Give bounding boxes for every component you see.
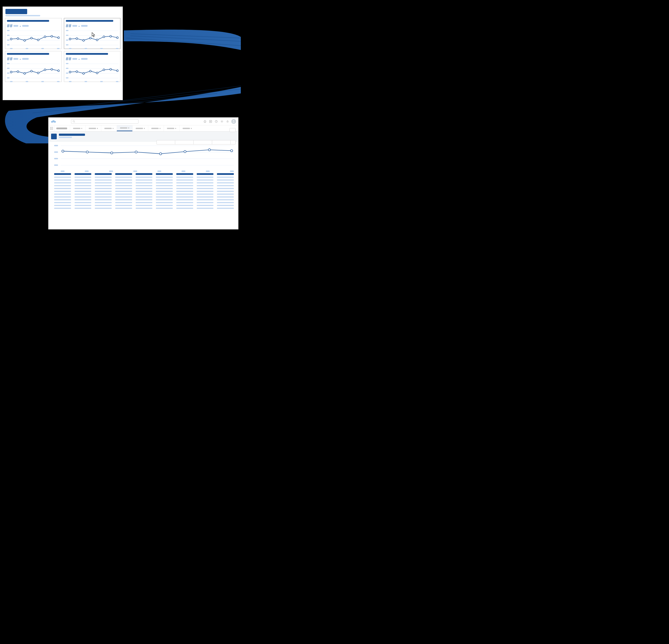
nav-tab[interactable]: ▾ — [70, 125, 85, 131]
nav-tab[interactable]: ▾ — [101, 125, 117, 131]
svg-point-20 — [110, 35, 111, 37]
add-icon[interactable] — [209, 119, 213, 124]
trend-up-icon: ▲ — [19, 25, 21, 27]
table-cell — [74, 199, 91, 200]
table-cell — [217, 191, 234, 192]
nav-tab[interactable]: ▾ — [117, 125, 132, 131]
svg-point-14 — [69, 38, 71, 40]
svg-point-37 — [116, 70, 118, 71]
svg-point-13 — [58, 37, 59, 39]
svg-point-22 — [10, 71, 12, 73]
table-cell — [176, 185, 193, 186]
dashboard-window: ## ▲ — [3, 6, 123, 100]
table-cell — [115, 182, 132, 183]
table-cell — [217, 185, 234, 186]
card-sparkline — [7, 30, 60, 47]
help-icon[interactable]: ? — [214, 119, 218, 124]
svg-point-17 — [89, 37, 91, 39]
kpi-chip — [81, 25, 88, 27]
user-avatar[interactable] — [231, 119, 236, 124]
table-cell — [197, 191, 214, 192]
setup-gear-icon[interactable] — [220, 119, 224, 124]
search-icon — [73, 120, 75, 123]
kpi-chip — [81, 58, 88, 60]
table-column-header[interactable] — [197, 173, 214, 175]
table-cell — [74, 182, 91, 183]
table-cell — [74, 202, 91, 203]
nav-tab[interactable]: ▾ — [85, 125, 101, 131]
dashboard-card[interactable]: ## ▲ — [5, 18, 62, 49]
table-cell — [95, 188, 112, 189]
svg-point-7 — [17, 38, 19, 39]
svg-point-19 — [103, 36, 104, 38]
notifications-bell-icon[interactable] — [226, 119, 229, 124]
nav-tab[interactable]: ▾ — [163, 125, 179, 131]
table-column-header[interactable] — [115, 173, 132, 175]
favorite-icon[interactable] — [203, 119, 207, 124]
table-cell — [197, 182, 214, 183]
table-column-header[interactable] — [74, 173, 91, 175]
global-search-input[interactable] — [71, 119, 139, 124]
header-action-button[interactable] — [229, 128, 236, 132]
table-cell — [95, 185, 112, 186]
table-cell — [54, 199, 71, 200]
trend-up-icon: ▲ — [78, 25, 80, 27]
trend-up-icon: ▲ — [19, 58, 21, 60]
table-cell — [156, 188, 173, 189]
svg-point-50 — [50, 127, 51, 128]
table-cell — [136, 188, 153, 189]
table-cell — [217, 188, 234, 189]
table-cell — [74, 177, 91, 178]
svg-point-57 — [51, 129, 52, 130]
table-cell — [197, 197, 214, 198]
table-column-header[interactable] — [156, 173, 173, 175]
nav-tab[interactable]: ▾ — [132, 125, 148, 131]
svg-line-42 — [74, 122, 75, 122]
dashboard-card[interactable]: ## ▲ — [64, 51, 120, 82]
dashboard-title-bar — [5, 9, 27, 14]
table-cell — [156, 208, 173, 209]
detail-table — [48, 172, 238, 229]
table-cell — [115, 188, 132, 189]
kpi-chip — [13, 58, 18, 60]
svg-point-49 — [233, 120, 234, 121]
svg-point-25 — [30, 70, 32, 72]
kpi-chip — [72, 25, 77, 27]
table-cell — [115, 185, 132, 186]
dashboard-card[interactable]: ## ▲ — [5, 51, 62, 82]
svg-point-58 — [52, 129, 53, 130]
table-column-header[interactable] — [54, 173, 71, 175]
table-cell — [197, 185, 214, 186]
card-sparkline — [7, 63, 60, 80]
app-launcher-icon[interactable] — [48, 125, 55, 131]
chevron-down-icon: ▾ — [97, 127, 98, 129]
card-title-bar — [66, 53, 108, 55]
table-cell — [176, 177, 193, 178]
svg-point-31 — [76, 71, 77, 72]
dashboard-card-hovered[interactable]: ## ▲ — [64, 18, 120, 49]
table-cell — [217, 208, 234, 209]
table-cell — [156, 199, 173, 200]
table-cell — [95, 194, 112, 195]
card-sparkline — [66, 63, 119, 80]
card-title-bar — [66, 20, 113, 22]
nav-tab[interactable]: ▾ — [179, 125, 195, 131]
table-cell — [115, 199, 132, 200]
svg-point-48 — [222, 121, 222, 122]
svg-point-52 — [52, 127, 53, 128]
kpi-chip — [22, 58, 29, 60]
table-column-header[interactable] — [95, 173, 112, 175]
global-header: ? — [48, 117, 238, 125]
table-cell — [54, 194, 71, 195]
nav-tab[interactable]: ▾ — [148, 125, 163, 131]
table-column-header[interactable] — [176, 173, 193, 175]
table-cell — [95, 197, 112, 198]
svg-point-21 — [116, 37, 118, 39]
table-cell — [74, 197, 91, 198]
table-cell — [74, 194, 91, 195]
table-cell — [217, 202, 234, 203]
table-column-header[interactable] — [217, 173, 234, 175]
table-cell — [136, 205, 153, 206]
table-column-header[interactable] — [136, 173, 153, 175]
dashboard-caption: Dashboard: Dashboard — [3, 1, 34, 5]
